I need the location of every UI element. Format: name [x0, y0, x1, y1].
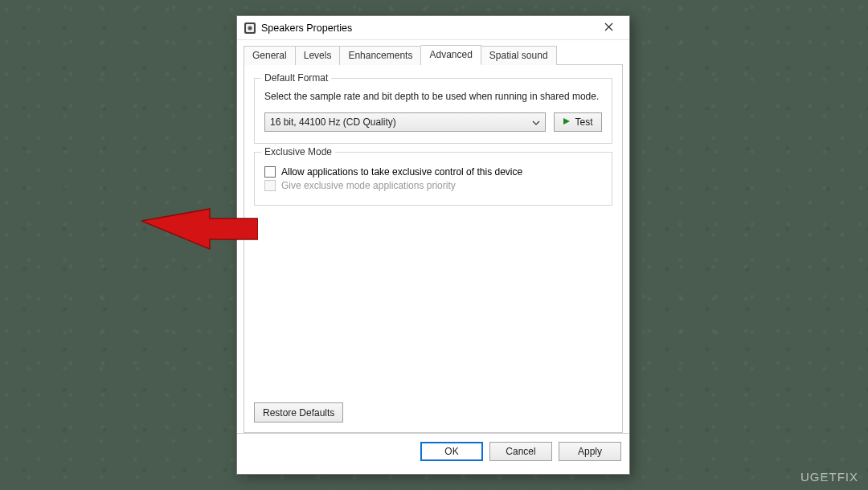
priority-row: Give exclusive mode applications priorit…	[264, 180, 602, 191]
titlebar: Speakers Properties	[237, 16, 629, 40]
tab-strip: General Levels Enhancements Advanced Spa…	[244, 45, 623, 65]
ok-button-label: OK	[444, 446, 458, 457]
tabs-area: General Levels Enhancements Advanced Spa…	[237, 40, 629, 433]
play-icon	[563, 116, 571, 128]
allow-exclusive-row[interactable]: Allow applications to take exclusive con…	[264, 166, 602, 178]
advanced-panel: Default Format Select the sample rate an…	[244, 65, 623, 433]
dialog-footer: OK Cancel Apply	[237, 433, 629, 469]
test-button-label: Test	[575, 116, 592, 128]
priority-label: Give exclusive mode applications priorit…	[281, 180, 456, 191]
window-title: Speakers Properties	[261, 22, 592, 34]
sample-rate-selected: 16 bit, 44100 Hz (CD Quality)	[270, 116, 527, 128]
svg-marker-3	[563, 118, 570, 125]
sample-rate-dropdown[interactable]: 16 bit, 44100 Hz (CD Quality)	[264, 112, 546, 132]
format-row: 16 bit, 44100 Hz (CD Quality) Test	[264, 112, 602, 132]
apply-button[interactable]: Apply	[559, 442, 621, 461]
tab-general[interactable]: General	[244, 46, 296, 65]
exclusive-mode-group: Exclusive Mode Allow applications to tak…	[254, 152, 612, 206]
test-button[interactable]: Test	[554, 112, 602, 132]
ok-button[interactable]: OK	[420, 442, 483, 461]
cancel-button[interactable]: Cancel	[489, 442, 552, 461]
default-format-group: Default Format Select the sample rate an…	[254, 78, 612, 144]
tab-enhancements[interactable]: Enhancements	[340, 46, 421, 65]
exclusive-mode-legend: Exclusive Mode	[261, 146, 335, 157]
allow-exclusive-label: Allow applications to take exclusive con…	[281, 166, 522, 178]
close-icon	[604, 22, 613, 34]
restore-defaults-row: Restore Defaults	[254, 402, 343, 423]
speakers-properties-dialog: Speakers Properties General Levels Enhan…	[236, 15, 630, 475]
chevron-down-icon	[532, 118, 540, 126]
cancel-button-label: Cancel	[506, 446, 535, 457]
restore-defaults-button[interactable]: Restore Defaults	[254, 402, 343, 423]
tab-spatial-sound[interactable]: Spatial sound	[481, 46, 557, 65]
allow-exclusive-checkbox[interactable]	[264, 166, 276, 178]
tab-levels[interactable]: Levels	[296, 46, 341, 65]
speaker-app-icon	[244, 22, 256, 35]
tab-advanced[interactable]: Advanced	[421, 45, 481, 65]
watermark: UGETFIX	[800, 470, 858, 484]
default-format-description: Select the sample rate and bit depth to …	[264, 90, 602, 103]
default-format-legend: Default Format	[261, 72, 331, 84]
svg-point-2	[248, 26, 252, 30]
apply-button-label: Apply	[578, 446, 602, 457]
priority-checkbox	[264, 180, 276, 191]
close-button[interactable]	[592, 17, 624, 39]
restore-defaults-label: Restore Defaults	[263, 407, 334, 419]
